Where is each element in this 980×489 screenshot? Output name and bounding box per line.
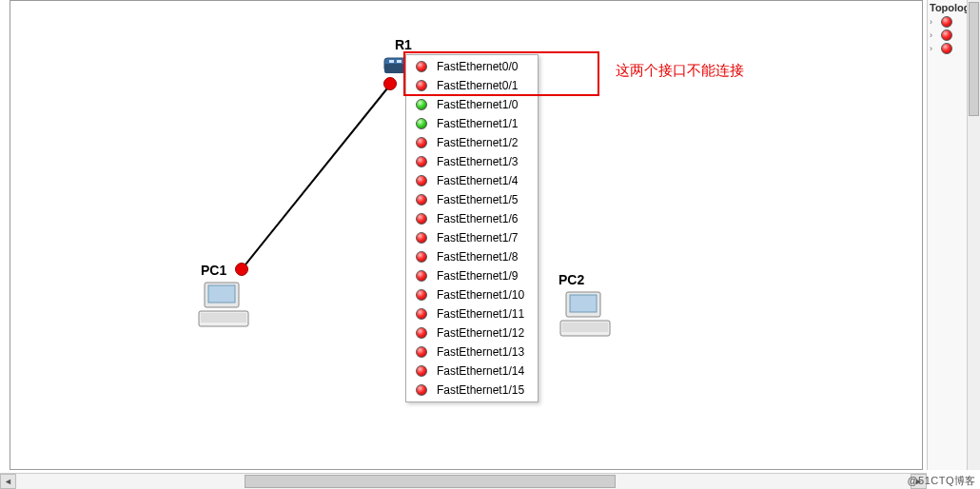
port-menu-item[interactable]: FastEthernet1/3 [406, 152, 538, 171]
port-menu-item-label: FastEthernet1/7 [437, 231, 518, 244]
svg-rect-8 [208, 285, 235, 303]
svg-rect-3 [389, 60, 394, 63]
port-menu-item-label: FastEthernet1/12 [437, 326, 524, 340]
status-led-icon [416, 175, 427, 186]
port-menu-item-label: FastEthernet1/0 [437, 98, 518, 111]
topology-canvas[interactable]: R1 PC1 PC2 FastEthernet0/0FastEthernet0/… [10, 0, 923, 470]
port-menu-item-label: FastEthernet1/10 [437, 288, 524, 302]
status-led-icon [941, 43, 952, 54]
horizontal-scrollbar[interactable]: ◄ ► [0, 473, 927, 489]
port-menu-item-label: FastEthernet1/14 [437, 364, 524, 378]
status-led-icon [416, 365, 427, 377]
port-menu-item[interactable]: FastEthernet1/1 [406, 114, 538, 133]
port-menu-item[interactable]: FastEthernet1/4 [406, 171, 538, 190]
status-led-icon [416, 213, 427, 225]
status-led-icon [416, 346, 427, 358]
side-panel: Topology ››› [927, 0, 980, 470]
port-menu-item-label: FastEthernet1/2 [437, 136, 518, 149]
callout-highlight-box [403, 51, 599, 96]
port-menu-item[interactable]: FastEthernet1/15 [406, 381, 538, 400]
svg-rect-12 [570, 295, 597, 312]
port-menu-item-label: FastEthernet1/4 [437, 174, 518, 187]
port-menu-item[interactable]: FastEthernet1/13 [406, 342, 538, 362]
port-context-menu[interactable]: FastEthernet0/0FastEthernet0/1FastEthern… [405, 54, 539, 402]
watermark-text: @51CTQ博客 [907, 474, 976, 488]
scroll-left-button[interactable]: ◄ [0, 474, 16, 489]
port-menu-item[interactable]: FastEthernet1/8 [406, 247, 538, 266]
port-menu-item-label: FastEthernet1/6 [437, 212, 518, 225]
status-led-icon [416, 194, 427, 205]
pc1-label: PC1 [201, 263, 226, 278]
link-pc1-r1 [237, 79, 397, 274]
status-led-icon [416, 118, 427, 129]
port-menu-item[interactable]: FastEthernet1/5 [406, 190, 538, 209]
port-menu-item[interactable]: FastEthernet1/11 [406, 304, 538, 323]
chevron-right-icon: › [930, 17, 937, 27]
port-menu-item[interactable]: FastEthernet1/0 [406, 95, 538, 114]
link-endpoint-dot [383, 77, 397, 90]
scrollbar-thumb[interactable] [245, 475, 616, 488]
callout-text: 这两个接口不能连接 [616, 62, 744, 80]
svg-rect-10 [201, 313, 246, 323]
status-led-icon [416, 270, 427, 282]
router-label: R1 [395, 37, 412, 52]
status-led-icon [416, 327, 427, 339]
pc2-label: PC2 [559, 272, 584, 287]
port-menu-item[interactable]: FastEthernet1/10 [406, 285, 538, 304]
svg-line-0 [242, 84, 391, 269]
status-led-icon [941, 29, 952, 41]
port-menu-item-label: FastEthernet1/8 [437, 250, 518, 264]
port-menu-item-label: FastEthernet1/11 [437, 307, 524, 321]
link-endpoint-dot [235, 263, 248, 276]
scrollbar-track[interactable] [16, 474, 911, 489]
status-led-icon [416, 99, 427, 110]
port-menu-item-label: FastEthernet1/13 [437, 345, 524, 359]
status-led-icon [416, 289, 427, 301]
chevron-right-icon: › [930, 30, 937, 40]
scrollbar-thumb[interactable] [969, 2, 979, 116]
svg-rect-14 [562, 323, 608, 332]
pc-icon[interactable] [559, 290, 616, 340]
port-menu-item[interactable]: FastEthernet1/6 [406, 209, 538, 228]
port-menu-item[interactable]: FastEthernet1/14 [406, 362, 538, 381]
status-led-icon [416, 308, 427, 320]
port-menu-item-label: FastEthernet1/1 [437, 117, 518, 130]
status-led-icon [416, 232, 427, 244]
chevron-right-icon: › [930, 44, 937, 53]
port-menu-item-label: FastEthernet1/3 [437, 155, 518, 168]
port-menu-item-label: FastEthernet1/15 [437, 383, 524, 397]
port-menu-item[interactable]: FastEthernet1/9 [406, 266, 538, 285]
port-menu-item[interactable]: FastEthernet1/7 [406, 228, 538, 247]
side-vertical-scrollbar[interactable] [967, 0, 980, 470]
port-menu-item[interactable]: FastEthernet1/12 [406, 323, 538, 342]
port-menu-item[interactable]: FastEthernet1/2 [406, 133, 538, 152]
pc-icon[interactable] [197, 281, 254, 330]
status-led-icon [416, 251, 427, 263]
status-led-icon [941, 16, 952, 28]
status-led-icon [416, 384, 427, 396]
svg-rect-4 [397, 60, 402, 63]
port-menu-item-label: FastEthernet1/5 [437, 193, 518, 206]
status-led-icon [416, 156, 427, 167]
status-led-icon [416, 137, 427, 148]
port-menu-item-label: FastEthernet1/9 [437, 269, 518, 283]
